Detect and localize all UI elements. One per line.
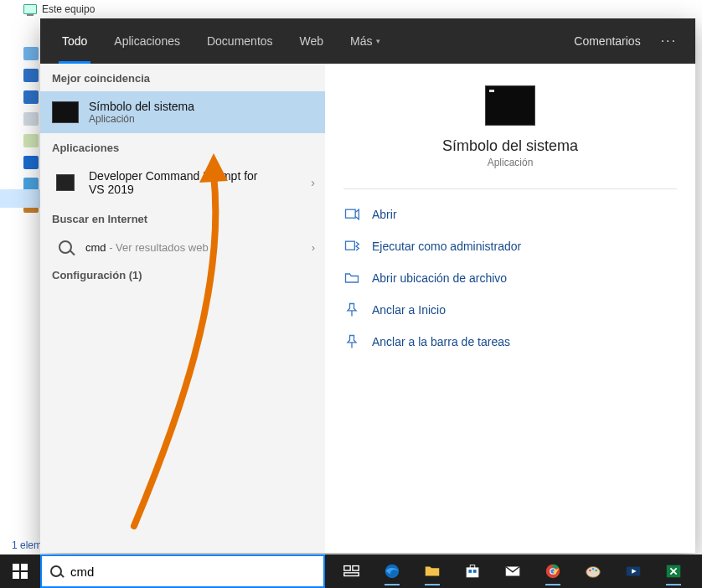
result-web-search[interactable]: cmd - Ver resultados web › <box>40 232 325 262</box>
start-button[interactable] <box>0 554 40 588</box>
explorer-selection-highlight <box>0 189 40 208</box>
windows-logo-icon <box>13 564 28 579</box>
taskbar-video-editor[interactable] <box>613 554 653 588</box>
pin-icon <box>343 333 360 350</box>
results-column: Mejor coincidencia Símbolo del sistema A… <box>40 64 325 553</box>
tab-mas[interactable]: Más▾ <box>338 18 391 64</box>
svg-rect-3 <box>344 566 350 571</box>
taskbar-store[interactable] <box>452 554 493 588</box>
search-filter-tabs: Todo Aplicaciones Documentos Web Más▾ <box>50 18 392 64</box>
start-search-panel: Todo Aplicaciones Documentos Web Más▾ Co… <box>40 18 695 553</box>
details-subtitle: Aplicación <box>488 157 534 168</box>
svg-point-17 <box>592 568 594 570</box>
chevron-down-icon: ▾ <box>376 37 380 45</box>
tab-todo[interactable]: Todo <box>50 18 99 64</box>
tab-web[interactable]: Web <box>288 18 336 64</box>
search-panel-header: Todo Aplicaciones Documentos Web Más▾ Co… <box>40 18 695 64</box>
result-title: Developer Command Prompt for VS 2019 <box>89 169 273 196</box>
svg-point-18 <box>595 570 596 571</box>
chevron-right-icon: › <box>312 241 315 254</box>
taskbar-search-box[interactable] <box>40 554 325 588</box>
svg-rect-0 <box>346 209 356 218</box>
search-icon <box>59 240 72 254</box>
feedback-link[interactable]: Comentarios <box>562 34 652 48</box>
details-actions: Abrir Ejecutar como administrador Abrir … <box>325 194 695 362</box>
svg-rect-7 <box>467 567 479 577</box>
pc-icon <box>23 4 37 14</box>
explorer-status-count: 1 elem <box>12 539 42 551</box>
vs-cmd-icon <box>56 174 75 191</box>
group-apps: Aplicaciones <box>40 133 325 161</box>
taskbar-file-explorer[interactable] <box>412 554 452 588</box>
action-run-as-admin[interactable]: Ejecutar como administrador <box>338 231 682 261</box>
taskbar-excel[interactable] <box>653 554 694 588</box>
result-best-match[interactable]: Símbolo del sistema Aplicación <box>40 91 325 133</box>
svg-rect-4 <box>353 566 359 571</box>
svg-rect-9 <box>468 570 472 573</box>
desktop-shortcut-este-equipo[interactable]: Este equipo <box>23 3 95 15</box>
taskbar-mail[interactable] <box>493 554 533 588</box>
tab-aplicaciones[interactable]: Aplicaciones <box>102 18 192 64</box>
taskbar-pinned-apps <box>332 554 694 588</box>
svg-rect-1 <box>346 241 355 250</box>
task-view-button[interactable] <box>332 554 372 588</box>
action-open[interactable]: Abrir <box>338 199 682 230</box>
details-column: Símbolo del sistema Aplicación Abrir Eje… <box>325 64 695 553</box>
pin-icon <box>343 302 360 318</box>
desktop-icon-strip <box>23 47 39 213</box>
search-input[interactable] <box>70 565 315 579</box>
details-title: Símbolo del sistema <box>442 137 578 155</box>
result-dev-command-prompt[interactable]: Developer Command Prompt for VS 2019 › <box>40 161 325 204</box>
svg-rect-10 <box>473 570 477 573</box>
taskbar-chrome[interactable] <box>533 554 573 588</box>
result-subtitle: Aplicación <box>89 113 194 125</box>
search-icon <box>50 565 62 577</box>
result-title: Símbolo del sistema <box>89 100 194 113</box>
group-web: Buscar en Internet <box>40 204 325 232</box>
group-configuracion[interactable]: Configuración (1) <box>40 262 325 288</box>
group-best-match: Mejor coincidencia <box>40 64 325 91</box>
action-pin-start[interactable]: Anclar a Inicio <box>338 295 682 325</box>
desktop-shortcut-label: Este equipo <box>42 3 95 15</box>
cmd-icon <box>52 101 79 123</box>
svg-point-16 <box>589 570 591 571</box>
folder-icon <box>343 270 360 286</box>
cmd-large-icon <box>485 85 535 126</box>
divider <box>343 188 677 189</box>
tab-documentos[interactable]: Documentos <box>195 18 285 64</box>
web-hint: - Ver resultados web <box>106 241 209 254</box>
chevron-right-icon: › <box>311 176 315 189</box>
details-hero: Símbolo del sistema Aplicación <box>325 64 695 183</box>
shield-run-icon <box>343 238 360 255</box>
svg-rect-5 <box>344 573 359 576</box>
more-options-button[interactable]: ··· <box>653 34 685 49</box>
open-icon <box>343 206 360 223</box>
action-pin-taskbar[interactable]: Anclar a la barra de tareas <box>338 327 682 357</box>
web-query: cmd <box>85 241 106 254</box>
taskbar <box>0 554 702 588</box>
taskbar-edge[interactable] <box>372 554 412 588</box>
taskbar-paint[interactable] <box>573 554 613 588</box>
action-open-file-location[interactable]: Abrir ubicación de archivo <box>338 263 682 293</box>
